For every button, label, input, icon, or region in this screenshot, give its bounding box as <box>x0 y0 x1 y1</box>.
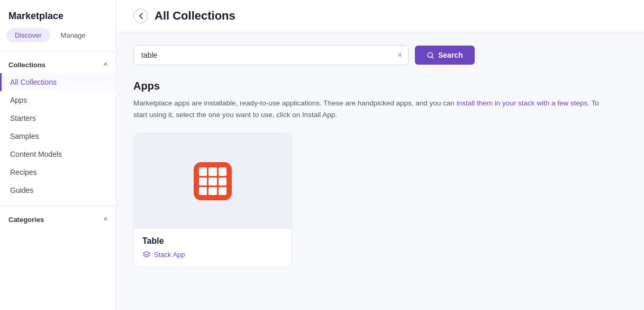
sidebar: Marketplace Discover Manage Collections … <box>0 0 116 310</box>
search-button[interactable]: Search <box>415 46 475 65</box>
chevron-up-icon-categories: ^ <box>104 216 107 224</box>
sidebar-item-all-collections[interactable]: All Collections <box>0 73 116 91</box>
search-icon <box>427 51 434 59</box>
sidebar-item-content-models[interactable]: Content Models <box>0 145 116 163</box>
app-card-image <box>134 134 292 229</box>
sidebar-item-starters[interactable]: Starters <box>0 109 116 127</box>
main-content: All Collections × Search Apps Marketplac… <box>116 0 644 310</box>
main-body: × Search Apps Marketplace apps are insta… <box>116 32 644 310</box>
sidebar-item-recipes[interactable]: Recipes <box>0 163 116 181</box>
app-card-table[interactable]: Table Stack App <box>133 133 292 268</box>
back-button[interactable] <box>133 8 148 23</box>
clear-icon[interactable]: × <box>397 51 402 59</box>
collections-nav: All Collections Apps Starters Samples Co… <box>0 73 116 199</box>
search-input-wrapper: × <box>133 45 409 65</box>
sidebar-item-apps[interactable]: Apps <box>0 91 116 109</box>
collections-section-header[interactable]: Collections ^ <box>0 56 116 73</box>
sidebar-tab-group: Discover Manage <box>0 28 116 51</box>
collections-label: Collections <box>8 61 46 69</box>
app-card-title: Table <box>142 236 283 246</box>
main-header: All Collections <box>116 0 644 32</box>
sidebar-item-samples[interactable]: Samples <box>0 127 116 145</box>
table-app-icon <box>194 162 232 200</box>
sidebar-divider-top <box>0 51 116 51</box>
sidebar-item-guides[interactable]: Guides <box>0 181 116 199</box>
stack-app-link[interactable]: Stack App <box>154 251 185 259</box>
app-card-body: Table Stack App <box>134 229 292 267</box>
apps-section-title: Apps <box>133 80 627 92</box>
tab-discover[interactable]: Discover <box>6 28 50 42</box>
page-title: All Collections <box>155 9 235 23</box>
apps-section: Apps Marketplace apps are installable, r… <box>133 80 627 268</box>
chevron-up-icon: ^ <box>104 61 107 69</box>
categories-section-header[interactable]: Categories ^ <box>0 210 116 228</box>
app-card-meta: Stack App <box>142 250 283 259</box>
brand-title: Marketplace <box>0 0 116 28</box>
apps-cards-grid: Table Stack App <box>133 133 627 268</box>
stack-icon <box>142 250 151 259</box>
sidebar-divider-bottom <box>0 206 116 206</box>
categories-label: Categories <box>8 216 44 224</box>
tab-manage[interactable]: Manage <box>52 28 94 42</box>
search-input[interactable] <box>133 45 409 65</box>
search-bar: × Search <box>133 45 627 65</box>
apps-section-description: Marketplace apps are installable, ready-… <box>133 98 610 120</box>
